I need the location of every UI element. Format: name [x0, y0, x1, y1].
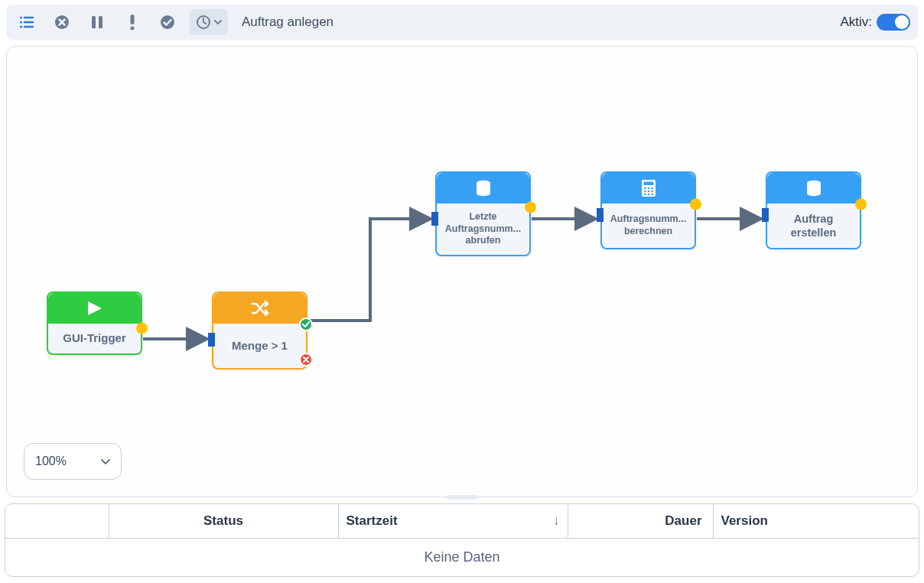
port-in[interactable] — [208, 333, 215, 347]
node-db-create[interactable]: Auftrag erstellen — [766, 171, 861, 249]
edges-layer — [7, 47, 917, 497]
svg-point-26 — [651, 194, 653, 196]
history-dropdown[interactable] — [190, 9, 228, 35]
svg-point-23 — [651, 191, 653, 193]
database-icon — [437, 173, 529, 204]
port-out[interactable] — [136, 322, 148, 334]
svg-point-3 — [20, 16, 22, 18]
svg-rect-10 — [99, 16, 102, 28]
toolbar: Auftrag anlegen Aktiv: — [6, 5, 918, 40]
warning-icon[interactable] — [119, 9, 145, 35]
col-version[interactable]: Version — [713, 504, 919, 539]
port-out[interactable] — [525, 201, 536, 213]
workflow-title: Auftrag anlegen — [242, 15, 333, 30]
node-label: Auftragsnumm... berechnen — [602, 204, 695, 248]
svg-rect-9 — [92, 16, 96, 28]
col-status[interactable]: Status — [109, 504, 338, 539]
runs-table: Status Startzeit↓ Dauer Version Keine Da… — [5, 503, 919, 577]
chevron-down-icon — [101, 454, 110, 468]
check-circle-icon[interactable] — [155, 9, 181, 35]
svg-rect-17 — [643, 182, 653, 186]
workflow-canvas[interactable]: GUI-Trigger Menge > 1 — [6, 46, 918, 497]
node-condition[interactable]: Menge > 1 — [212, 292, 307, 370]
svg-point-18 — [644, 187, 646, 190]
node-gui-trigger[interactable]: GUI-Trigger — [47, 292, 142, 355]
svg-point-21 — [644, 191, 646, 193]
database-icon — [767, 173, 860, 204]
sort-desc-icon: ↓ — [553, 513, 560, 529]
svg-point-13 — [161, 15, 174, 29]
svg-point-19 — [647, 187, 649, 190]
list-icon[interactable] — [14, 9, 40, 35]
svg-point-22 — [647, 191, 649, 193]
shuffle-icon — [213, 293, 306, 324]
port-in[interactable] — [431, 212, 438, 226]
port-out[interactable] — [855, 199, 867, 210]
svg-point-25 — [647, 194, 649, 196]
node-label: Letzte Auftragsnumm... abrufen — [437, 204, 529, 255]
play-icon — [48, 293, 141, 324]
false-port[interactable] — [299, 353, 313, 366]
node-label: GUI-Trigger — [48, 324, 141, 353]
pause-icon[interactable] — [84, 9, 110, 35]
col-blank[interactable] — [5, 504, 109, 539]
zoom-value: 100% — [35, 454, 67, 468]
node-calc[interactable]: Auftragsnumm... berechnen — [600, 171, 696, 249]
cancel-icon[interactable] — [49, 9, 75, 35]
svg-rect-11 — [131, 15, 135, 24]
col-startzeit[interactable]: Startzeit↓ — [338, 504, 568, 539]
svg-point-24 — [644, 194, 646, 196]
svg-point-5 — [20, 25, 22, 28]
active-label: Aktiv: — [840, 15, 872, 30]
node-db-fetch[interactable]: Letzte Auftragsnumm... abrufen — [435, 171, 531, 256]
empty-row: Keine Daten — [5, 539, 919, 577]
zoom-select[interactable]: 100% — [24, 443, 122, 480]
active-toggle[interactable] — [877, 14, 910, 31]
calculator-icon — [602, 173, 695, 204]
svg-point-20 — [651, 187, 653, 190]
svg-point-4 — [20, 21, 22, 23]
col-dauer[interactable]: Dauer — [568, 504, 713, 539]
resize-handle[interactable] — [447, 495, 477, 500]
port-in[interactable] — [762, 208, 769, 222]
true-port[interactable] — [299, 318, 313, 331]
port-out[interactable] — [690, 199, 701, 210]
port-in[interactable] — [597, 208, 604, 222]
node-label: Auftrag erstellen — [767, 204, 860, 248]
node-label: Menge > 1 — [213, 324, 306, 368]
svg-point-12 — [131, 27, 135, 31]
